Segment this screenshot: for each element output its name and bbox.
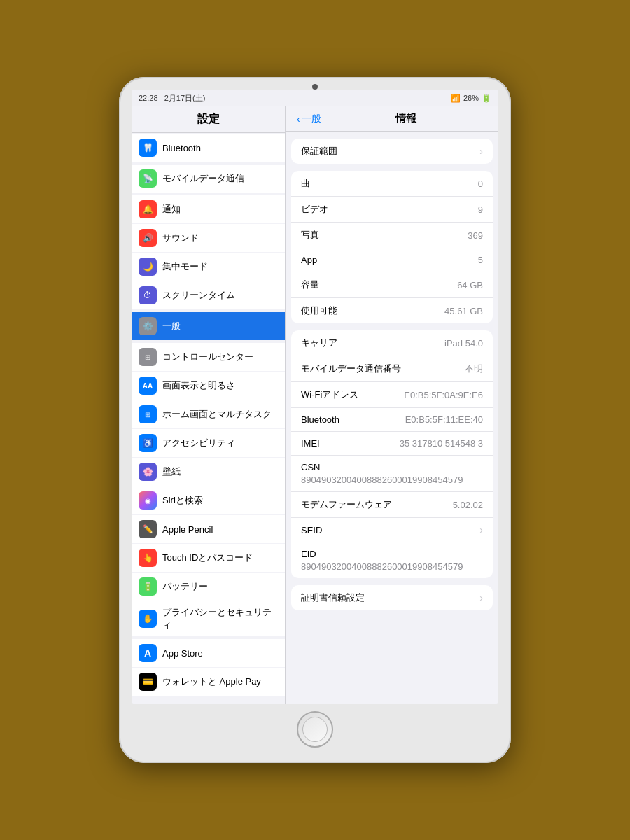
sidebar-item-accessibility[interactable]: ♿ アクセシビリティ (132, 429, 285, 457)
status-bar: 22:28 2月17日(土) 📶 26% 🔋 (132, 90, 498, 106)
battery-icon: 🔋 (482, 94, 491, 103)
warranty-chevron: › (479, 146, 483, 157)
warranty-section: 保証範囲 › (291, 139, 493, 164)
sidebar-section-general: ⚙️ 一般 (132, 312, 285, 340)
sidebar-item-mobile-data[interactable]: 📡 モバイルデータ通信 (132, 164, 285, 192)
screen-content: 設定 🦷 Bluetooth 📡 (132, 106, 498, 704)
info-row-eid: EID 89049032004008882600019908454579 (291, 542, 493, 578)
touchid-icon: 👆 (139, 549, 157, 567)
sidebar-item-wallet[interactable]: 💳 ウォレットと Apple Pay (132, 668, 285, 696)
general-icon: ⚙️ (139, 317, 157, 335)
info-row-photos: 写真 369 (291, 223, 493, 248)
focus-icon: 🌙 (139, 258, 157, 276)
right-content: ‹ 一般 情報 保証範囲 › 曲 0 (286, 106, 498, 704)
sidebar-item-screentime[interactable]: ⏱ スクリーンタイム (132, 281, 285, 309)
mobile-data-icon: 📡 (139, 169, 157, 188)
sounds-icon: 🔊 (139, 229, 157, 247)
sidebar-item-wallpaper[interactable]: 🌸 壁紙 (132, 458, 285, 486)
sidebar-section-mobile: 📡 モバイルデータ通信 (132, 164, 285, 192)
appstore-icon: A (139, 644, 157, 662)
chevron-left-icon: ‹ (297, 113, 300, 125)
info-row-modem: モデムファームウェア 5.02.02 (291, 492, 493, 518)
battery-icon: 🔋 (139, 578, 157, 596)
battery-level: 26% (463, 94, 479, 102)
info-row-available: 使用可能 45.61 GB (291, 298, 493, 323)
homescreen-icon: ⊞ (139, 405, 157, 424)
wallet-icon: 💳 (139, 673, 157, 691)
right-header-title: 情報 (326, 112, 487, 125)
display-icon: AA (139, 377, 157, 395)
sidebar-section-display-etc: ⊞ コントロールセンター AA 画面表示と明るさ ⊞ (132, 343, 285, 636)
camera (312, 84, 318, 90)
sidebar-section-top: 🦷 Bluetooth (132, 134, 285, 162)
sidebar-title: 設定 (132, 106, 285, 133)
sidebar-item-focus[interactable]: 🌙 集中モード (132, 253, 285, 281)
info-row-capacity: 容量 64 GB (291, 272, 493, 298)
sidebar-section-apps: A App Store 💳 ウォレットと Apple Pay (132, 639, 285, 696)
sidebar-item-privacy[interactable]: ✋ プライバシーとセキュリティ (132, 601, 285, 636)
sidebar-item-general[interactable]: ⚙️ 一般 (132, 312, 285, 340)
sidebar-item-display[interactable]: AA 画面表示と明るさ (132, 372, 285, 400)
network-info-section: キャリア iPad 54.0 モバイルデータ通信番号 不明 Wi-Fiアドレス … (291, 330, 493, 578)
info-row-apps: App 5 (291, 248, 493, 272)
wallpaper-icon: 🌸 (139, 463, 157, 481)
home-button[interactable] (297, 711, 333, 748)
privacy-icon: ✋ (139, 610, 157, 628)
cert-section: 証明書信頼設定 › (291, 585, 493, 610)
seid-chevron: › (479, 524, 483, 536)
info-row-mobile-number: モバイルデータ通信番号 不明 (291, 356, 493, 382)
status-right-icons: 📶 26% 🔋 (451, 94, 491, 103)
sidebar-item-notifications[interactable]: 🔔 通知 (132, 195, 285, 223)
screen: 22:28 2月17日(土) 📶 26% 🔋 設定 🦷 (132, 90, 498, 704)
siri-icon: ◉ (139, 491, 157, 510)
sidebar: 設定 🦷 Bluetooth 📡 (132, 106, 286, 704)
info-row-bluetooth: Bluetooth E0:B5:5F:11:EE:40 (291, 408, 493, 432)
info-row-music: 曲 0 (291, 171, 493, 197)
info-row-video: ビデオ 9 (291, 197, 493, 223)
info-row-carrier: キャリア iPad 54.0 (291, 330, 493, 356)
info-row-wifi: Wi-Fiアドレス E0:B5:5F:0A:9E:E6 (291, 382, 493, 408)
home-button-inner (302, 717, 328, 742)
basic-info-section: 曲 0 ビデオ 9 写真 369 App 5 (291, 171, 493, 323)
warranty-row[interactable]: 保証範囲 › (291, 139, 493, 164)
right-header: ‹ 一般 情報 (286, 106, 498, 132)
apple-pencil-icon: ✏️ (139, 520, 157, 538)
sidebar-item-control-center[interactable]: ⊞ コントロールセンター (132, 343, 285, 371)
back-button[interactable]: ‹ 一般 (297, 113, 321, 125)
bluetooth-icon: 🦷 (139, 139, 157, 157)
sidebar-item-sounds[interactable]: 🔊 サウンド (132, 224, 285, 252)
wifi-icon: 📶 (451, 94, 461, 103)
sidebar-item-bluetooth[interactable]: 🦷 Bluetooth (132, 134, 285, 162)
sidebar-item-battery[interactable]: 🔋 バッテリー (132, 573, 285, 601)
cert-chevron: › (479, 592, 483, 603)
control-center-icon: ⊞ (139, 348, 157, 366)
sidebar-item-appstore[interactable]: A App Store (132, 639, 285, 667)
sidebar-item-siri[interactable]: ◉ Siriと検索 (132, 486, 285, 514)
sidebar-section-notifications: 🔔 通知 🔊 サウンド 🌙 集中モード (132, 195, 285, 309)
sidebar-item-homescreen[interactable]: ⊞ ホーム画面とマルチタスク (132, 400, 285, 428)
cert-trust-row[interactable]: 証明書信頼設定 › (291, 585, 493, 610)
notifications-icon: 🔔 (139, 200, 157, 218)
device-frame: 22:28 2月17日(土) 📶 26% 🔋 設定 🦷 (119, 77, 511, 763)
sidebar-item-apple-pencil[interactable]: ✏️ Apple Pencil (132, 515, 285, 543)
status-time-date: 22:28 2月17日(土) (139, 93, 205, 104)
sidebar-item-touchid[interactable]: 👆 Touch IDとパスコード (132, 544, 285, 572)
info-row-seid[interactable]: SEID › (291, 518, 493, 542)
accessibility-icon: ♿ (139, 434, 157, 452)
info-row-imei: IMEI 35 317810 514548 3 (291, 432, 493, 456)
info-row-csn: CSN 89049032004008882600019908454579 (291, 456, 493, 492)
screentime-icon: ⏱ (139, 286, 157, 304)
